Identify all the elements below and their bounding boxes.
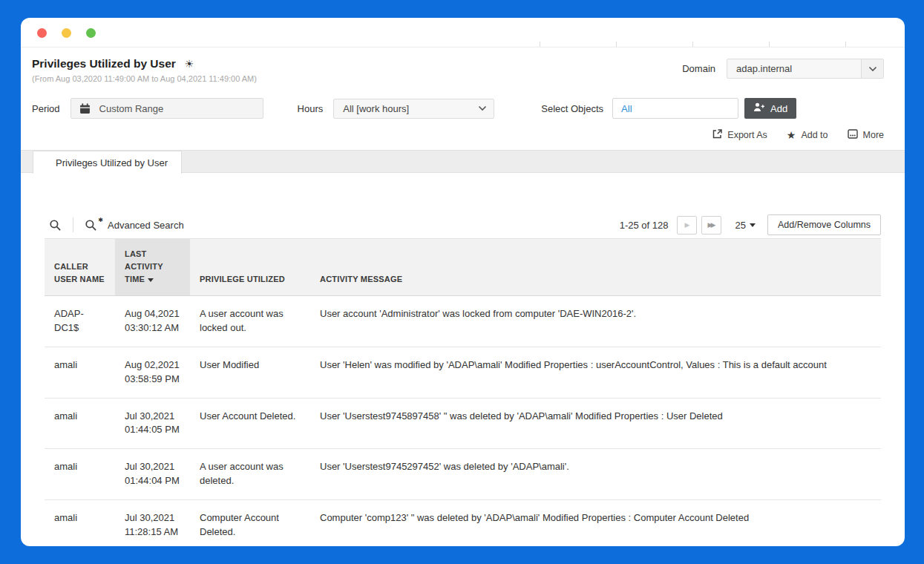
column-label: PRIVILEGE UTILIZED bbox=[200, 275, 285, 283]
activity-date: Aug 04,2021 bbox=[125, 307, 183, 321]
next-page-icon: ▶ bbox=[685, 221, 690, 229]
table-row: ADAP-DC1$ Aug 04,2021 03:30:12 AM A user… bbox=[45, 296, 881, 347]
caller-user-name-cell: amali bbox=[45, 398, 115, 449]
person-add-icon bbox=[753, 102, 765, 114]
caller-user-name-cell: amali bbox=[45, 449, 115, 500]
last-page-button[interactable]: ▶▶ bbox=[701, 216, 721, 235]
export-as-label: Export As bbox=[727, 130, 767, 140]
star-icon: ★ bbox=[787, 130, 796, 140]
activity-message-cell: Computer 'comp123' " was deleted by 'ADA… bbox=[310, 499, 881, 546]
next-page-button[interactable]: ▶ bbox=[677, 216, 697, 235]
privilege-utilized-cell: User Modified bbox=[190, 347, 310, 398]
calendar-icon bbox=[71, 103, 99, 114]
privilege-utilized-cell: Computer Account Deleted. bbox=[190, 499, 310, 546]
caret-down-icon bbox=[750, 223, 756, 227]
page-title: Privileges Utilized by User bbox=[32, 57, 176, 70]
chevron-down-icon bbox=[861, 59, 883, 78]
table-toolbar: ✱ Advanced Search 1-25 of 128 ▶ ▶▶ 25 Ad… bbox=[45, 212, 881, 239]
domain-select[interactable]: adap.internal bbox=[727, 59, 884, 79]
export-as-button[interactable]: Export As bbox=[712, 129, 767, 141]
advanced-search-icon[interactable]: ✱ bbox=[80, 219, 102, 232]
last-page-icon: ▶▶ bbox=[708, 221, 714, 229]
activity-time: 03:30:12 AM bbox=[125, 321, 183, 335]
tab-strip: Privileges Utilized by User bbox=[21, 150, 905, 173]
activity-time: 03:58:59 PM bbox=[125, 373, 183, 387]
toolbar-divider bbox=[73, 217, 73, 232]
period-picker[interactable]: Custom Range bbox=[71, 98, 263, 119]
select-objects-label: Select Objects bbox=[541, 103, 603, 114]
column-header-privilege-utilized[interactable]: PRIVILEGE UTILIZED bbox=[190, 239, 310, 296]
activity-date: Aug 02,2021 bbox=[125, 358, 183, 373]
activity-message-cell: User 'Userstest9745897458' " was deleted… bbox=[310, 398, 881, 449]
activity-date: Jul 30,2021 bbox=[125, 511, 183, 525]
window-close-button[interactable] bbox=[37, 28, 47, 38]
more-button[interactable]: More bbox=[848, 129, 884, 141]
add-to-label: Add to bbox=[801, 130, 828, 140]
select-objects-input[interactable] bbox=[612, 98, 738, 119]
table-body: ADAP-DC1$ Aug 04,2021 03:30:12 AM A user… bbox=[45, 296, 881, 546]
activity-date: Jul 30,2021 bbox=[125, 410, 183, 424]
last-activity-time-cell: Jul 30,2021 01:44:04 PM bbox=[115, 449, 190, 500]
page-size-value: 25 bbox=[735, 220, 745, 231]
advanced-search-label[interactable]: Advanced Search bbox=[108, 220, 184, 231]
table-row: amali Jul 30,2021 01:44:04 PM A user acc… bbox=[45, 449, 881, 500]
table-row: amali Jul 30,2021 11:28:15 AM Computer A… bbox=[45, 499, 881, 546]
window-minimize-button[interactable] bbox=[62, 28, 71, 38]
last-activity-time-cell: Aug 02,2021 03:58:59 PM bbox=[115, 347, 190, 398]
domain-label: Domain bbox=[682, 63, 715, 74]
activity-message-cell: User 'Helen' was modified by 'ADAP\amali… bbox=[310, 347, 881, 398]
table-row: amali Aug 02,2021 03:58:59 PM User Modif… bbox=[45, 347, 881, 398]
column-label: LAST ACTIVITY TIME bbox=[125, 249, 163, 283]
domain-value: adap.internal bbox=[727, 63, 861, 74]
column-label: CALLER USER NAME bbox=[54, 262, 105, 283]
caller-user-name-cell: amali bbox=[45, 347, 115, 398]
more-label: More bbox=[863, 130, 884, 140]
hours-label: Hours bbox=[298, 103, 324, 114]
sort-desc-icon bbox=[148, 278, 154, 282]
activity-date: Jul 30,2021 bbox=[125, 460, 183, 474]
sun-icon[interactable]: ☀ bbox=[185, 58, 194, 70]
last-activity-time-cell: Jul 30,2021 11:28:15 AM bbox=[115, 499, 190, 546]
search-icon[interactable] bbox=[45, 219, 66, 232]
inactive-tab-separators bbox=[464, 42, 884, 47]
report-table: CALLER USER NAME LAST ACTIVITY TIME PRIV… bbox=[45, 239, 881, 546]
add-remove-columns-button[interactable]: Add/Remove Columns bbox=[767, 214, 881, 235]
hours-select[interactable]: All [work hours] bbox=[333, 99, 494, 119]
report-date-range: (From Aug 03,2020 11:49:00 AM to Aug 04,… bbox=[32, 74, 257, 83]
caller-user-name-cell: ADAP-DC1$ bbox=[45, 296, 115, 347]
add-to-button[interactable]: ★ Add to bbox=[787, 129, 828, 141]
column-header-last-activity-time[interactable]: LAST ACTIVITY TIME bbox=[115, 239, 190, 296]
activity-time: 01:44:05 PM bbox=[125, 423, 183, 437]
column-header-activity-message[interactable]: ACTIVITY MESSAGE bbox=[310, 239, 881, 296]
caller-user-name-cell: amali bbox=[45, 499, 115, 546]
period-label: Period bbox=[32, 103, 60, 114]
pagination-range: 1-25 of 128 bbox=[620, 220, 669, 231]
column-header-caller-user-name[interactable]: CALLER USER NAME bbox=[45, 239, 115, 296]
privilege-utilized-cell: A user account was deleted. bbox=[190, 449, 310, 500]
app-window: Privileges Utilized by User ☀ (From Aug … bbox=[21, 18, 905, 546]
window-titlebar bbox=[21, 18, 905, 47]
activity-message-cell: User 'Userstest9745297452' was deleted b… bbox=[310, 449, 881, 500]
hours-value: All [work hours] bbox=[334, 103, 471, 114]
period-value: Custom Range bbox=[99, 103, 164, 114]
activity-time: 11:28:15 AM bbox=[125, 525, 183, 540]
activity-time: 01:44:04 PM bbox=[125, 474, 183, 488]
export-icon bbox=[712, 129, 722, 141]
more-icon bbox=[848, 129, 858, 141]
column-label: ACTIVITY MESSAGE bbox=[320, 275, 402, 283]
last-activity-time-cell: Aug 04,2021 03:30:12 AM bbox=[115, 296, 190, 347]
window-maximize-button[interactable] bbox=[86, 28, 96, 38]
table-row: amali Jul 30,2021 01:44:05 PM User Accou… bbox=[45, 398, 881, 449]
activity-message-cell: User account 'Administrator' was locked … bbox=[310, 296, 881, 347]
page-size-dropdown[interactable]: 25 bbox=[735, 220, 755, 231]
add-objects-button[interactable]: Add bbox=[744, 98, 796, 119]
tab-privileges-utilized-by-user[interactable]: Privileges Utilized by User bbox=[33, 151, 182, 174]
add-button-label: Add bbox=[770, 103, 787, 114]
last-activity-time-cell: Jul 30,2021 01:44:05 PM bbox=[115, 398, 190, 449]
privilege-utilized-cell: User Account Deleted. bbox=[190, 398, 310, 449]
privilege-utilized-cell: A user account was locked out. bbox=[190, 296, 310, 347]
chevron-down-icon bbox=[471, 99, 494, 118]
